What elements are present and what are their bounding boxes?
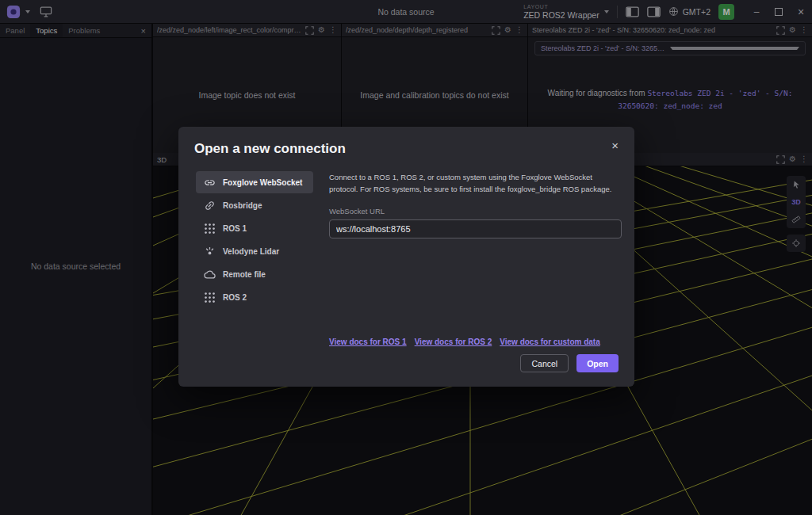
open-button[interactable]: Open: [576, 354, 619, 372]
connection-option-label: Remote file: [223, 270, 266, 279]
docs-link-ros2[interactable]: View docs for ROS 2: [415, 338, 492, 346]
connection-option-rosbridge[interactable]: Rosbridge: [196, 194, 313, 216]
connection-type-list: Foxglove WebSocket Rosbridge ROS 1 Velod…: [196, 171, 313, 308]
connection-option-velodyne[interactable]: Velodyne Lidar: [196, 240, 313, 262]
lidar-icon: [204, 246, 216, 258]
dialog-actions: Cancel Open: [520, 354, 619, 372]
connection-option-ros2[interactable]: ROS 2: [196, 286, 313, 308]
docs-link-custom-data[interactable]: View docs for custom data: [500, 338, 600, 346]
connection-option-foxglove-websocket[interactable]: Foxglove WebSocket: [196, 171, 313, 193]
connection-option-label: Velodyne Lidar: [223, 247, 279, 256]
ros-dots-icon: [204, 223, 216, 235]
connection-option-label: Rosbridge: [223, 201, 262, 210]
websocket-url-input[interactable]: [329, 219, 622, 238]
connection-detail-pane: Connect to a ROS 1, ROS 2, or custom sys…: [329, 172, 622, 238]
connection-option-ros1[interactable]: ROS 1: [196, 217, 313, 239]
open-connection-dialog: Open a new connection × Foxglove WebSock…: [178, 127, 634, 387]
docs-link-ros1[interactable]: View docs for ROS 1: [329, 338, 407, 346]
connection-option-remote-file[interactable]: Remote file: [196, 263, 313, 285]
ros-dots-icon: [204, 292, 216, 303]
dialog-close-icon[interactable]: ×: [611, 139, 619, 152]
connection-description: Connect to a ROS 1, ROS 2, or custom sys…: [329, 172, 622, 195]
cancel-button[interactable]: Cancel: [520, 354, 569, 372]
websocket-link-icon: [204, 177, 216, 189]
docs-links-row: View docs for ROS 1 View docs for ROS 2 …: [329, 338, 600, 346]
rosbridge-link-icon: [204, 200, 216, 212]
connection-option-label: ROS 2: [223, 293, 247, 302]
dialog-title: Open a new connection: [194, 141, 346, 157]
connection-option-label: Foxglove WebSocket: [223, 178, 302, 187]
websocket-url-label: WebSocket URL: [329, 207, 622, 216]
cloud-icon: [204, 269, 216, 280]
connection-option-label: ROS 1: [223, 224, 247, 233]
foxglove-app-window: No data source LAYOUT ZED ROS2 Wrapper: [0, 0, 812, 515]
